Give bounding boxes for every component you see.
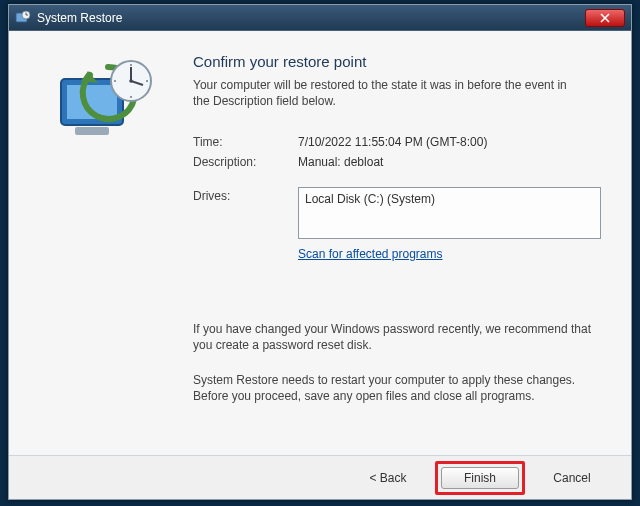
page-heading: Confirm your restore point <box>193 53 603 70</box>
description-label: Description: <box>193 155 298 169</box>
wizard-art <box>23 53 193 445</box>
drives-label: Drives: <box>193 187 298 239</box>
svg-point-15 <box>146 80 148 82</box>
description-value: Manual: debloat <box>298 155 603 169</box>
system-restore-icon <box>15 10 31 26</box>
finish-highlight: Finish <box>435 461 525 495</box>
client-area: Confirm your restore point Your computer… <box>9 31 631 499</box>
system-restore-window: System Restore <box>8 4 632 500</box>
wizard-footer: < Back Finish Cancel <box>9 455 631 499</box>
drives-listbox[interactable]: Local Disk (C:) (System) <box>298 187 601 239</box>
cancel-button[interactable]: Cancel <box>533 467 611 489</box>
svg-point-16 <box>130 96 132 98</box>
finish-button[interactable]: Finish <box>441 467 519 489</box>
page-subtext: Your computer will be restored to the st… <box>193 78 573 109</box>
close-button[interactable] <box>585 9 625 27</box>
svg-marker-9 <box>81 71 98 83</box>
titlebar[interactable]: System Restore <box>9 5 631 31</box>
drives-item[interactable]: Local Disk (C:) (System) <box>305 192 594 206</box>
time-label: Time: <box>193 135 298 149</box>
svg-point-17 <box>114 80 116 82</box>
restart-note: System Restore needs to restart your com… <box>193 372 593 404</box>
content-area: Confirm your restore point Your computer… <box>193 53 603 445</box>
svg-point-14 <box>130 64 132 66</box>
time-value: 7/10/2022 11:55:04 PM (GMT-8:00) <box>298 135 603 149</box>
window-title: System Restore <box>37 11 585 25</box>
svg-rect-8 <box>75 127 109 135</box>
password-note: If you have changed your Windows passwor… <box>193 321 593 353</box>
back-button[interactable]: < Back <box>349 467 427 489</box>
scan-affected-link[interactable]: Scan for affected programs <box>298 247 443 261</box>
